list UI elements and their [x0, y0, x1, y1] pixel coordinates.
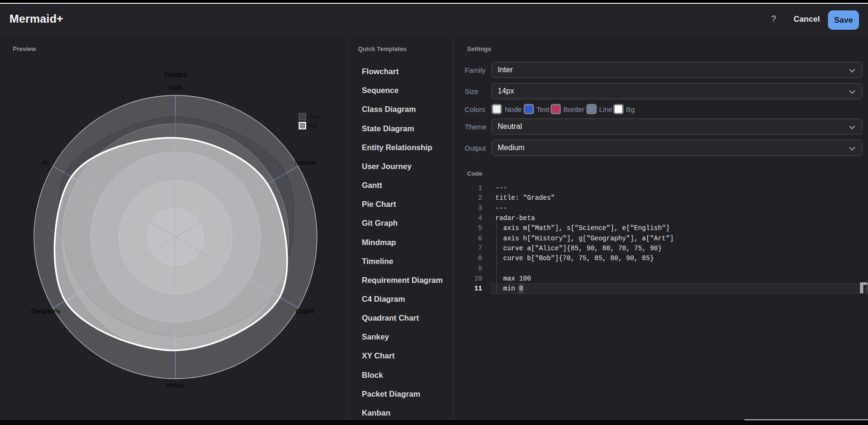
svg-text:Art: Art [42, 160, 50, 166]
svg-text:Grades: Grades [164, 70, 187, 78]
svg-text:English: English [296, 308, 315, 314]
svg-text:Math: Math [169, 85, 182, 91]
svg-text:Alice: Alice [307, 113, 319, 120]
svg-text:Geography: Geography [31, 308, 61, 314]
svg-text:Bob: Bob [307, 122, 317, 129]
svg-text:History: History [167, 382, 185, 389]
svg-text:Science: Science [295, 160, 316, 166]
